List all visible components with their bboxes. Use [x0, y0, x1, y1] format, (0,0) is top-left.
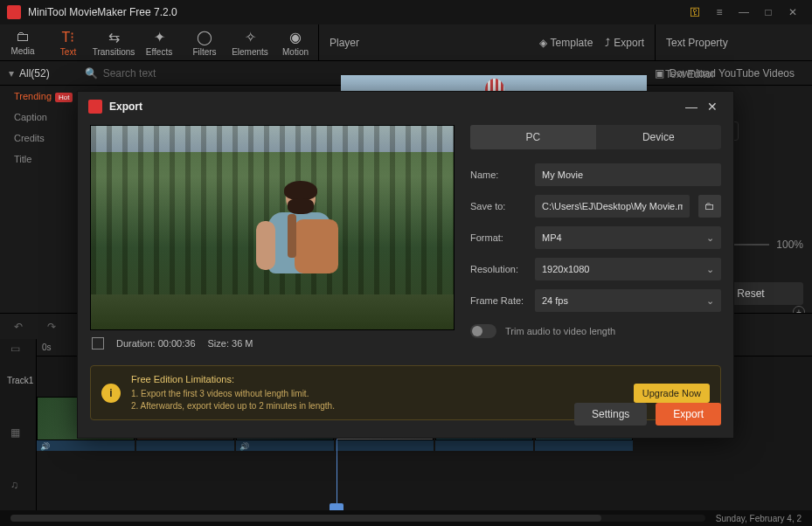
- trim-audio-toggle[interactable]: [470, 324, 496, 338]
- window-titlebar: MiniTool MovieMaker Free 7.2.0 ⚿ ≡ — □ ✕: [0, 0, 812, 24]
- export-button[interactable]: Export: [656, 403, 721, 426]
- tool-text[interactable]: T⁝Text: [45, 24, 91, 60]
- modal-logo-icon: [88, 100, 102, 114]
- limits-heading: Free Edition Limitations:: [131, 373, 623, 386]
- tab-device[interactable]: Device: [596, 125, 722, 149]
- cat-credits[interactable]: Credits: [0, 128, 79, 149]
- export-form: PC Device Name: Save to: 🗀 Format: MP4⌄ …: [470, 125, 721, 356]
- text-editor-label: Text Editor: [655, 61, 812, 87]
- motion-icon: ◉: [289, 29, 302, 45]
- property-header: Text Property: [655, 24, 812, 60]
- speaker-icon: 🔊: [40, 442, 50, 451]
- hot-badge: Hot: [55, 93, 73, 102]
- format-select[interactable]: MP4⌄: [535, 226, 721, 249]
- track-sidebar: ▭ Track1 ▦ ♫: [0, 339, 37, 510]
- name-input[interactable]: [535, 163, 721, 186]
- settings-button[interactable]: Settings: [574, 403, 647, 426]
- framerate-label: Frame Rate:: [470, 295, 526, 306]
- main-toolbar: 🗀Media T⁝Text ⇆Transitions ✦Effects ◯Fil…: [0, 24, 812, 61]
- limits-line1: 1. Export the first 3 videos without len…: [131, 389, 309, 398]
- scrollbar-thumb[interactable]: [10, 515, 601, 522]
- track1-label: Track1: [7, 376, 33, 385]
- template-button[interactable]: ◈Template: [539, 37, 593, 49]
- export-modal: Export — ✕ Duration: 00:00:36 Size: 36 M…: [77, 91, 734, 439]
- all-count[interactable]: All(52): [19, 67, 50, 80]
- modal-minimize-icon[interactable]: —: [681, 100, 702, 114]
- chevron-down-icon: ⌄: [706, 264, 714, 275]
- modal-title-text: Export: [109, 100, 681, 113]
- cat-trending[interactable]: TrendingHot: [0, 86, 79, 107]
- saveto-input[interactable]: [535, 195, 690, 218]
- browse-folder-icon[interactable]: 🗀: [698, 195, 721, 218]
- template-icon: ◈: [539, 37, 547, 49]
- redo-icon[interactable]: ↷: [44, 321, 59, 333]
- save-card-icon[interactable]: [92, 337, 104, 350]
- preview-info: Duration: 00:00:36 Size: 36 M: [90, 330, 455, 356]
- search-input[interactable]: 🔍Search text: [85, 67, 156, 80]
- tool-elements[interactable]: ✧Elements: [227, 24, 273, 60]
- cat-caption[interactable]: Caption: [0, 107, 79, 128]
- tool-transitions[interactable]: ⇆Transitions: [91, 24, 136, 60]
- saveto-label: Save to:: [470, 201, 526, 211]
- image-track-icon[interactable]: ▦: [10, 426, 20, 439]
- app-logo-icon: [7, 5, 21, 19]
- limits-line2: 2. Afterwards, export video up to 2 minu…: [131, 401, 335, 411]
- h-scrollbar[interactable]: [10, 515, 705, 522]
- app-title: MiniTool MovieMaker Free 7.2.0: [28, 6, 683, 18]
- speaker-icon: 🔊: [239, 442, 249, 451]
- category-list: TrendingHot Caption Credits Title: [0, 86, 79, 170]
- resolution-label: Resolution:: [470, 264, 526, 274]
- export-preview: [90, 125, 455, 330]
- elements-icon: ✧: [245, 29, 256, 45]
- timeline-icon[interactable]: ▭: [10, 343, 20, 355]
- export-tabs: PC Device: [470, 125, 721, 149]
- license-key-icon[interactable]: ⚿: [683, 0, 707, 24]
- modal-close-icon[interactable]: ✕: [702, 100, 723, 114]
- tool-motion[interactable]: ◉Motion: [273, 24, 318, 60]
- format-label: Format:: [470, 232, 526, 243]
- chevron-down-icon: ⌄: [706, 295, 714, 307]
- folder-icon: 🗀: [16, 29, 30, 45]
- menu-icon[interactable]: ≡: [707, 0, 732, 24]
- tool-effects[interactable]: ✦Effects: [136, 24, 182, 60]
- text-icon: T⁝: [62, 29, 75, 45]
- audio-track-icon[interactable]: ♫: [10, 479, 18, 491]
- export-button-header[interactable]: ⤴Export: [605, 37, 644, 49]
- chevron-down-icon: ⌄: [706, 232, 714, 244]
- duration-value: 00:00:36: [158, 338, 196, 349]
- ruler-zero: 0s: [42, 343, 52, 352]
- player-title: Player: [330, 37, 527, 49]
- modal-titlebar: Export — ✕: [78, 92, 733, 121]
- tool-media[interactable]: 🗀Media: [0, 24, 45, 60]
- undo-icon[interactable]: ↶: [10, 321, 26, 333]
- maximize-icon[interactable]: □: [756, 0, 781, 24]
- player-header: Player ◈Template ⤴Export: [318, 24, 655, 60]
- preview-person-graphic: [261, 183, 340, 305]
- search-icon: 🔍: [85, 67, 98, 80]
- cat-title[interactable]: Title: [0, 149, 79, 170]
- transitions-icon: ⇆: [108, 29, 120, 45]
- upgrade-now-button[interactable]: Upgrade Now: [634, 384, 710, 403]
- trim-audio-label: Trim audio to video length: [505, 326, 615, 336]
- name-label: Name:: [470, 170, 526, 180]
- tool-filters[interactable]: ◯Filters: [182, 24, 227, 60]
- resolution-select[interactable]: 1920x1080⌄: [535, 258, 721, 280]
- close-icon[interactable]: ✕: [781, 0, 805, 24]
- minimize-icon[interactable]: —: [732, 0, 756, 24]
- opacity-value: 100%: [776, 239, 803, 251]
- expand-icon[interactable]: ▾: [9, 67, 14, 80]
- framerate-select[interactable]: 24 fps⌄: [535, 289, 721, 312]
- info-icon: i: [101, 384, 121, 403]
- size-value: 36 M: [232, 338, 253, 349]
- tab-pc[interactable]: PC: [470, 125, 596, 149]
- effects-icon: ✦: [154, 29, 165, 45]
- filters-icon: ◯: [197, 29, 212, 45]
- statusbar: Sunday, February 4, 2: [0, 510, 812, 526]
- status-date: Sunday, February 4, 2: [716, 514, 802, 523]
- export-icon: ⤴: [605, 37, 610, 49]
